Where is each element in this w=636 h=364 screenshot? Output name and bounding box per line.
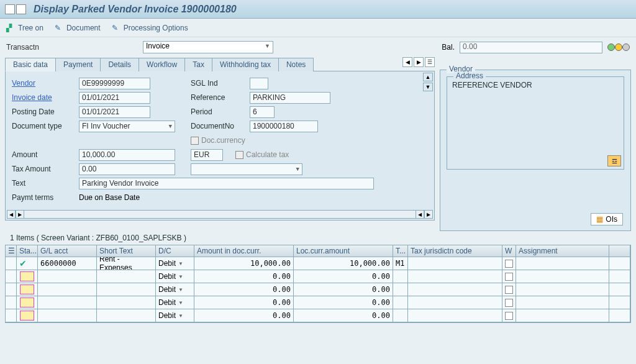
scroll-up-button[interactable]: ▲ xyxy=(423,73,433,81)
app-icon-1[interactable] xyxy=(5,4,15,14)
invoice-date-field[interactable]: 01/01/2021 xyxy=(79,92,150,104)
cell-w[interactable] xyxy=(502,257,516,270)
cell-locamount[interactable]: 0.00 xyxy=(294,270,393,283)
tab-prev-button[interactable]: ◀ xyxy=(402,57,412,67)
sgl-field[interactable] xyxy=(250,78,268,89)
transactn-select[interactable]: Invoice xyxy=(143,41,273,53)
hs-l1[interactable]: ◀ xyxy=(7,210,16,219)
col-w[interactable]: W xyxy=(502,245,516,257)
cell-shorttext[interactable]: Rent - Expenses xyxy=(97,257,156,270)
w-check[interactable] xyxy=(505,286,513,294)
table-row[interactable]: Debit0.000.00 xyxy=(6,283,630,296)
cell-t[interactable]: M1 xyxy=(393,257,408,270)
w-check[interactable] xyxy=(505,260,513,268)
cell-t[interactable] xyxy=(393,296,408,309)
hs-r1[interactable]: ◀ xyxy=(416,210,424,219)
vendor-label[interactable]: Vendor xyxy=(12,79,79,88)
row-selector[interactable] xyxy=(6,283,17,296)
col-status[interactable]: Sta... xyxy=(17,245,38,257)
doccurrency-check[interactable] xyxy=(191,137,199,145)
row-selector[interactable] xyxy=(6,296,17,309)
col-assignment[interactable]: Assignment xyxy=(516,245,609,257)
cell-assignment[interactable] xyxy=(516,257,609,270)
cell-shorttext[interactable] xyxy=(97,283,156,296)
cell-locamount[interactable]: 10,000.00 xyxy=(294,257,393,270)
w-check[interactable] xyxy=(505,273,513,281)
grid-config-button[interactable]: ☰ xyxy=(8,247,17,255)
cell-assignment[interactable] xyxy=(516,296,609,309)
taxamount-field[interactable]: 0.00 xyxy=(79,163,175,175)
tab-withholding-tax[interactable]: Withholding tax xyxy=(212,58,279,71)
scroll-dn-button[interactable]: ▼ xyxy=(423,83,433,91)
address-detail-button[interactable]: ☲ xyxy=(607,155,621,166)
docno-field[interactable]: 1900000180 xyxy=(250,121,318,132)
cell-amount[interactable]: 0.00 xyxy=(194,296,294,309)
cell-dc[interactable]: Debit xyxy=(156,309,194,322)
amount-field[interactable]: 10,000.00 xyxy=(79,149,175,161)
cell-glacct[interactable] xyxy=(38,309,97,322)
cell-dc[interactable]: Debit xyxy=(156,283,194,296)
col-locamount[interactable]: Loc.curr.amount xyxy=(294,245,393,257)
cell-locamount[interactable]: 0.00 xyxy=(294,309,393,322)
cell-taxjur[interactable] xyxy=(408,283,502,296)
cell-taxjur[interactable] xyxy=(408,309,502,322)
vendor-field[interactable]: 0E99999999 xyxy=(79,78,150,89)
cell-t[interactable] xyxy=(393,309,408,322)
cell-w[interactable] xyxy=(502,296,516,309)
cell-glacct[interactable] xyxy=(38,270,97,283)
col-shorttext[interactable]: Short Text xyxy=(97,245,156,257)
row-selector[interactable] xyxy=(6,309,17,322)
cell-assignment[interactable] xyxy=(516,270,609,283)
text-field[interactable]: Parking Vendor Invoice xyxy=(79,178,374,189)
tree-on-button[interactable]: Tree on xyxy=(6,24,43,32)
cell-dc[interactable]: Debit xyxy=(156,296,194,309)
cell-t[interactable] xyxy=(393,270,408,283)
table-row[interactable]: Debit0.000.00 xyxy=(6,309,630,322)
currency-field[interactable]: EUR xyxy=(191,149,223,161)
cell-taxjur[interactable] xyxy=(408,296,502,309)
document-type-select[interactable]: FI Inv Voucher xyxy=(79,121,175,132)
invoice-date-label[interactable]: Invoice date xyxy=(12,93,79,102)
cell-glacct[interactable] xyxy=(38,283,97,296)
col-dc[interactable]: D/C xyxy=(156,245,194,257)
cell-locamount[interactable]: 0.00 xyxy=(294,283,393,296)
table-row[interactable]: 66000000Rent - ExpensesDebit10,000.0010,… xyxy=(6,257,630,270)
w-check[interactable] xyxy=(505,299,513,307)
table-row[interactable]: Debit0.000.00 xyxy=(6,270,630,283)
tab-notes[interactable]: Notes xyxy=(278,58,314,71)
cell-w[interactable] xyxy=(502,270,516,283)
ois-button[interactable]: OIs xyxy=(591,213,623,225)
tax-select[interactable] xyxy=(191,163,302,175)
cell-w[interactable] xyxy=(502,283,516,296)
w-check[interactable] xyxy=(505,312,513,320)
tab-payment[interactable]: Payment xyxy=(55,58,101,71)
tab-list-button[interactable]: ☰ xyxy=(425,57,435,67)
posting-date-field[interactable]: 01/01/2021 xyxy=(79,106,150,118)
col-amount[interactable]: Amount in doc.curr. xyxy=(194,245,294,257)
col-taxjur[interactable]: Tax jurisdictn code xyxy=(408,245,502,257)
row-selector[interactable] xyxy=(6,270,17,283)
cell-t[interactable] xyxy=(393,283,408,296)
calctax-check[interactable] xyxy=(235,151,243,159)
cell-taxjur[interactable] xyxy=(408,257,502,270)
cell-glacct[interactable]: 66000000 xyxy=(38,257,97,270)
cell-w[interactable] xyxy=(502,309,516,322)
cell-locamount[interactable]: 0.00 xyxy=(294,296,393,309)
hs-track[interactable] xyxy=(24,210,416,219)
processing-options-button[interactable]: Processing Options xyxy=(112,24,188,32)
cell-amount[interactable]: 0.00 xyxy=(194,309,294,322)
period-field[interactable]: 6 xyxy=(250,106,275,118)
app-icon-2[interactable] xyxy=(16,4,26,14)
cell-shorttext[interactable] xyxy=(97,296,156,309)
cell-shorttext[interactable] xyxy=(97,270,156,283)
tab-workflow[interactable]: Workflow xyxy=(139,58,185,71)
tab-basic-data[interactable]: Basic data xyxy=(5,58,56,71)
cell-shorttext[interactable] xyxy=(97,309,156,322)
hs-l2[interactable]: ▶ xyxy=(16,210,24,219)
cell-assignment[interactable] xyxy=(516,283,609,296)
cell-amount[interactable]: 0.00 xyxy=(194,283,294,296)
cell-assignment[interactable] xyxy=(516,309,609,322)
hs-r2[interactable]: ▶ xyxy=(424,210,433,219)
col-t[interactable]: T... xyxy=(393,245,408,257)
tab-details[interactable]: Details xyxy=(100,58,139,71)
